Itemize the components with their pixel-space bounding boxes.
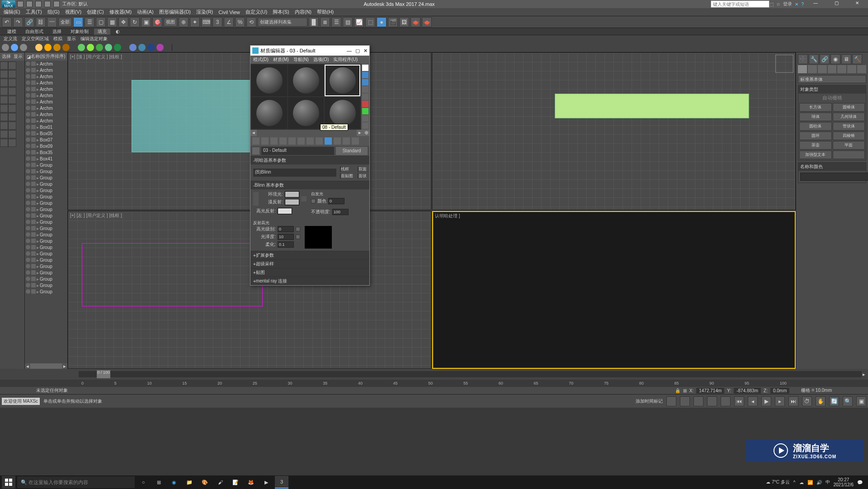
percent-snap-button[interactable]: % xyxy=(235,17,245,27)
selfillum-spinner[interactable] xyxy=(328,198,344,204)
scene-item[interactable]: ▸Box05 xyxy=(25,130,67,136)
object-name-input[interactable] xyxy=(800,173,868,181)
visibility-icon[interactable] xyxy=(26,80,30,85)
tool-spacewarp-icon[interactable] xyxy=(0,87,8,95)
workspace-dropdown[interactable]: 工作区: 默认 xyxy=(62,1,88,7)
zoom-view-icon[interactable]: 🔍 xyxy=(843,396,853,406)
opacity-spinner[interactable] xyxy=(332,209,349,215)
geometry-subtype-dropdown[interactable]: 标准基本体 xyxy=(798,75,866,83)
visibility-icon[interactable] xyxy=(26,74,30,79)
visibility-icon[interactable] xyxy=(26,201,30,205)
redo-icon[interactable] xyxy=(44,1,51,7)
mat-menu-navigation[interactable]: 导航(N) xyxy=(293,56,309,63)
material-type-button[interactable]: Standard xyxy=(336,147,368,155)
exchange-icon[interactable]: ✕ xyxy=(795,2,798,7)
menu-scripting[interactable]: 脚本(S) xyxy=(273,9,289,15)
reset-map-icon[interactable] xyxy=(279,137,287,145)
cameras-category-icon[interactable] xyxy=(828,65,837,73)
start-button[interactable] xyxy=(2,476,15,489)
setkey-button[interactable] xyxy=(707,396,717,406)
scene-item[interactable]: ▸Group xyxy=(25,174,67,181)
prev-frame-icon[interactable]: ◂ xyxy=(748,396,758,406)
scale-button[interactable]: ▣ xyxy=(141,17,151,27)
ribbon-tab-selection[interactable]: 选择 xyxy=(49,28,65,35)
goto-end-icon[interactable]: ⏭ xyxy=(788,396,798,406)
viewport-front[interactable] xyxy=(432,52,796,210)
light-spot-icon[interactable] xyxy=(44,44,52,51)
options-icon[interactable] xyxy=(362,108,368,114)
ribbon-tab-freeform[interactable]: 自由形式 xyxy=(22,28,47,35)
placement-button[interactable]: 🎯 xyxy=(152,17,162,27)
visibility-icon[interactable] xyxy=(26,93,30,98)
helper-icon[interactable] xyxy=(129,44,137,51)
scene-item[interactable]: ▸Group xyxy=(25,276,67,282)
freeze-icon[interactable] xyxy=(31,220,36,224)
freeze-icon[interactable] xyxy=(31,213,36,218)
rotate-button[interactable]: ↻ xyxy=(130,17,140,27)
viewcube[interactable] xyxy=(775,55,793,73)
tray-ime-icon[interactable]: 中 xyxy=(826,479,830,485)
window-crossing-button[interactable]: ▦ xyxy=(107,17,117,27)
material-slot-3[interactable] xyxy=(325,65,360,96)
light-direct-icon[interactable] xyxy=(53,44,61,51)
tool-h-icon[interactable] xyxy=(8,139,16,147)
tool-f-icon[interactable] xyxy=(8,130,16,138)
play-icon[interactable]: ▶ xyxy=(761,396,771,406)
freeze-icon[interactable] xyxy=(31,156,36,161)
utilities-panel-tab[interactable]: 🔨 xyxy=(852,54,862,64)
mentalray-rollout[interactable]: + mental ray 连接 xyxy=(250,277,369,285)
scene-item[interactable]: ▸Box41 xyxy=(25,155,67,162)
visibility-icon[interactable] xyxy=(26,68,30,72)
visibility-icon[interactable] xyxy=(26,207,30,212)
freeze-icon[interactable] xyxy=(31,163,36,167)
named-selection-dropdown[interactable]: 创建选择列表集 xyxy=(258,18,307,27)
scene-item[interactable]: ▸Group xyxy=(25,187,67,193)
supersampling-rollout[interactable]: + 超级采样 xyxy=(250,260,369,268)
freeze-icon[interactable] xyxy=(31,175,36,180)
foliage-icon[interactable] xyxy=(96,44,103,51)
redo-button[interactable]: ↷ xyxy=(13,17,23,27)
rendered-frame-button[interactable]: 🖼 xyxy=(399,17,409,27)
cortana-icon[interactable]: ○ xyxy=(137,476,150,489)
scene-item[interactable]: ▸Group xyxy=(25,282,67,288)
freeze-icon[interactable] xyxy=(31,226,36,230)
freeze-icon[interactable] xyxy=(31,169,36,174)
show-in-viewport-icon[interactable] xyxy=(325,137,332,145)
isolate-icon[interactable] xyxy=(666,396,676,406)
key-filters-icon[interactable] xyxy=(721,396,731,406)
scene-item[interactable]: ▸Box35 xyxy=(25,149,67,155)
scene-item[interactable]: ▸Box01 xyxy=(25,124,67,130)
viewport-perspective[interactable]: 认明暗处理 ] xyxy=(432,211,796,369)
visibility-icon[interactable] xyxy=(26,213,30,218)
keyboard-shortcut-button[interactable]: ⌨ xyxy=(201,17,211,27)
minimize-button[interactable]: — xyxy=(807,0,825,8)
tray-volume-icon[interactable]: 🔊 xyxy=(816,480,822,485)
coord-mode-icon[interactable]: ⊞ xyxy=(683,388,687,393)
angle-snap-button[interactable]: ∠ xyxy=(224,17,234,27)
time-slider-thumb[interactable]: 0 / 100 xyxy=(97,370,110,378)
scene-tab-display[interactable]: 显示 xyxy=(14,53,23,60)
grass-icon[interactable] xyxy=(105,44,112,51)
ribbon-tab-populate[interactable]: 填充 xyxy=(94,28,110,35)
visibility-icon[interactable] xyxy=(26,232,30,237)
primitive-button[interactable]: 平面 xyxy=(833,141,865,150)
menu-animation[interactable]: 动画(A) xyxy=(137,9,154,15)
particle2-icon[interactable] xyxy=(87,44,94,51)
freeze-icon[interactable] xyxy=(31,68,36,72)
freeze-icon[interactable] xyxy=(31,207,36,212)
time-tag-button[interactable]: 添加时间标记 xyxy=(636,398,663,404)
scene-item[interactable]: ▸Group xyxy=(25,269,67,276)
tool-d-icon[interactable] xyxy=(8,122,16,130)
login-button[interactable]: 登录 xyxy=(783,1,792,7)
mat-expand-icon[interactable]: ⊕ xyxy=(363,130,369,136)
help-search-input[interactable] xyxy=(711,0,769,8)
scene-item[interactable]: ▸Archm xyxy=(25,92,67,99)
scene-item[interactable]: ▸Archm xyxy=(25,86,67,92)
rectangular-region-button[interactable]: ▢ xyxy=(96,17,106,27)
project-icon[interactable] xyxy=(53,1,60,7)
viewport-label-left[interactable]: [+] [左 ] [用户定义 ] [线框 ] xyxy=(70,212,122,219)
menu-group[interactable]: 组(G) xyxy=(47,9,60,15)
tool-cam-icon[interactable] xyxy=(0,70,8,78)
ref-coord-dropdown[interactable]: 视图 xyxy=(164,18,177,27)
modify-panel-tab[interactable]: 🔧 xyxy=(809,54,819,64)
